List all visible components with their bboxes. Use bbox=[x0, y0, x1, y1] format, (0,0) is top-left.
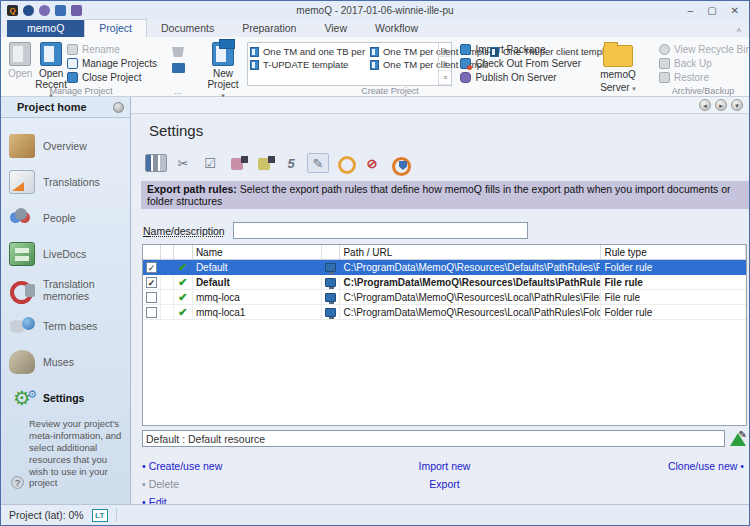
delete-link: •Delete bbox=[142, 478, 344, 493]
memoq-server-button[interactable]: memoQ Server ▾ bbox=[589, 40, 647, 93]
row-name: mmq-loca1 bbox=[193, 305, 323, 319]
template-item[interactable]: T-UPDATE template bbox=[250, 59, 368, 70]
pane-navigation: ◂ ▸ ▾ bbox=[699, 99, 743, 111]
valid-check-icon: ✔ bbox=[178, 276, 187, 289]
import-new-link[interactable]: Import new bbox=[344, 460, 546, 475]
sidebar-item-translation-memories[interactable]: Translation memories bbox=[1, 272, 130, 308]
archive-box-icon[interactable] bbox=[172, 63, 185, 73]
auto-update-icon[interactable] bbox=[334, 153, 356, 173]
sidebar-item-livedocs[interactable]: LiveDocs bbox=[1, 236, 130, 272]
group-label-archive-backup: Archive/Backup bbox=[651, 86, 750, 96]
edit-resource-icon[interactable] bbox=[730, 432, 746, 446]
tab-workflow[interactable]: Workflow bbox=[361, 20, 432, 37]
memoq-logo-icon[interactable]: Q bbox=[7, 5, 18, 16]
maximize-button[interactable]: ▢ bbox=[707, 5, 716, 16]
table-header-row[interactable]: Name Path / URL Rule type bbox=[143, 245, 746, 260]
close-project-button[interactable]: Close Project bbox=[67, 72, 157, 83]
row-rule-type: Folder rule bbox=[601, 305, 746, 319]
sidebar-item-translations[interactable]: Translations bbox=[1, 164, 130, 200]
sidebar-item-muses[interactable]: Muses bbox=[1, 344, 130, 380]
back-icon[interactable]: ◂ bbox=[699, 99, 711, 111]
export-link[interactable]: Export bbox=[344, 478, 546, 493]
gallery-more-icon[interactable]: ≡ bbox=[439, 71, 451, 85]
view-recycle-bin-button: View Recycle Bin bbox=[659, 44, 750, 55]
column-header-path[interactable]: Path / URL bbox=[340, 245, 601, 259]
tab-close-icon[interactable] bbox=[113, 102, 124, 113]
notebook-icon[interactable] bbox=[55, 5, 66, 16]
local-resource-icon bbox=[325, 278, 336, 287]
recycle-bin-icon bbox=[659, 44, 670, 55]
main-pane: ◂ ▸ ▾ Settings ✂ ☑ 5 ✎ ⊘ bbox=[131, 97, 749, 504]
livedocs-settings-icon[interactable] bbox=[253, 153, 275, 173]
sidebar-item-overview[interactable]: Overview bbox=[1, 128, 130, 164]
row-path: C:\ProgramData\MemoQ\Resources\Defaults\… bbox=[340, 260, 601, 274]
group-label-create-project: Create Project bbox=[195, 86, 585, 96]
publish-on-server-button[interactable]: Publish On Server bbox=[460, 72, 581, 83]
row-checkbox[interactable]: ✓ bbox=[146, 277, 157, 288]
tab-project[interactable]: Project bbox=[84, 19, 147, 37]
minimize-button[interactable]: – bbox=[688, 5, 694, 16]
new-project-icon bbox=[212, 42, 234, 66]
window-title: memoQ - 2017-01-06-winnie-ille-pu bbox=[1, 5, 749, 16]
settings-description: ? Review your project's meta-information… bbox=[1, 416, 130, 489]
close-button[interactable]: ✕ bbox=[731, 5, 739, 16]
create-use-new-link[interactable]: •Create/use new bbox=[142, 460, 344, 475]
sidebar-item-term-bases[interactable]: Term bases bbox=[1, 308, 130, 344]
globe-icon[interactable] bbox=[23, 5, 34, 16]
tab-view[interactable]: View bbox=[310, 20, 361, 37]
tab-memoq[interactable]: memoQ bbox=[7, 20, 84, 37]
lqa-models-icon[interactable] bbox=[388, 153, 410, 173]
import-package-button[interactable]: Import Package bbox=[460, 44, 581, 55]
auto-translation-rules-icon[interactable]: 5 bbox=[280, 153, 302, 173]
row-rule-type: File rule bbox=[601, 290, 746, 304]
table-row[interactable]: ✓ ✔ Default C:\ProgramData\MemoQ\Resourc… bbox=[143, 260, 746, 275]
table-row[interactable]: ✔ mmq-loca1 C:\ProgramData\MemoQ\Resourc… bbox=[143, 305, 746, 320]
check-out-from-server-button[interactable]: Check Out From Server bbox=[460, 58, 581, 69]
export-path-rules-icon[interactable]: ✎ bbox=[307, 153, 329, 173]
column-header-rule-type[interactable]: Rule type bbox=[601, 245, 746, 259]
ribbon: Open Open Recent ▾ Rename Manage Project… bbox=[1, 37, 749, 97]
publish-icon bbox=[460, 72, 471, 83]
ignore-lists-icon[interactable]: ⊘ bbox=[361, 153, 383, 173]
row-checkbox[interactable] bbox=[146, 292, 157, 303]
path-rules-table: Name Path / URL Rule type ✓ ✔ Default C:… bbox=[142, 244, 747, 426]
gallery-scrollbar[interactable]: ▴ ▾ ≡ bbox=[438, 43, 451, 85]
sidebar-item-settings[interactable]: ⚙ Settings bbox=[1, 380, 130, 416]
settings-icon: ⚙ bbox=[9, 386, 35, 410]
template-item[interactable]: One TM and one TB per ... bbox=[250, 46, 368, 57]
forward-icon[interactable]: ▸ bbox=[715, 99, 727, 111]
gears-icon[interactable] bbox=[39, 5, 50, 16]
row-checkbox[interactable] bbox=[146, 307, 157, 318]
filter-label-text: ame/description bbox=[151, 225, 225, 237]
table-row[interactable]: ✓ ✔ Default C:\ProgramData\MemoQ\Resourc… bbox=[143, 275, 746, 290]
pane-menu-icon[interactable]: ▾ bbox=[731, 99, 743, 111]
gallery-up-icon[interactable]: ▴ bbox=[439, 43, 451, 57]
memoq-window: Q memoQ - 2017-01-06-winnie-ille-pu – ▢ … bbox=[0, 0, 750, 526]
local-resource-icon bbox=[325, 308, 336, 317]
segmentation-rules-icon[interactable]: ✂ bbox=[172, 153, 194, 173]
selected-resource-box: Default : Default resource bbox=[142, 430, 725, 447]
gear-wrench-icon[interactable] bbox=[71, 5, 82, 16]
tab-preparation[interactable]: Preparation bbox=[228, 20, 310, 37]
column-header-name[interactable]: Name bbox=[193, 245, 323, 259]
lt-badge[interactable]: LT bbox=[92, 509, 108, 522]
open-icon bbox=[9, 42, 31, 66]
qa-settings-icon[interactable]: ☑ bbox=[199, 153, 221, 173]
row-checkbox[interactable]: ✓ bbox=[146, 262, 157, 273]
tab-documents[interactable]: Documents bbox=[147, 20, 228, 37]
valid-check-icon: ✔ bbox=[178, 306, 187, 319]
manage-projects-button[interactable]: Manage Projects bbox=[67, 58, 157, 69]
clone-use-new-link[interactable]: Clone/use new • bbox=[545, 460, 747, 475]
muses-icon bbox=[9, 350, 35, 374]
name-description-input[interactable] bbox=[233, 222, 528, 239]
template-icon bbox=[250, 47, 259, 57]
gallery-down-icon[interactable]: ▾ bbox=[439, 57, 451, 71]
table-row[interactable]: ✔ mmq-loca C:\ProgramData\MemoQ\Resource… bbox=[143, 290, 746, 305]
settings-category-bar: ✂ ☑ 5 ✎ ⊘ bbox=[131, 139, 749, 173]
project-home-tab[interactable]: Project home bbox=[1, 97, 130, 118]
collapse-ribbon-icon[interactable]: ^ bbox=[737, 27, 749, 37]
sidebar-item-people[interactable]: People bbox=[1, 200, 130, 236]
tm-settings-icon[interactable] bbox=[226, 153, 248, 173]
translation-memories-icon bbox=[9, 278, 35, 302]
general-settings-icon[interactable] bbox=[145, 154, 167, 172]
